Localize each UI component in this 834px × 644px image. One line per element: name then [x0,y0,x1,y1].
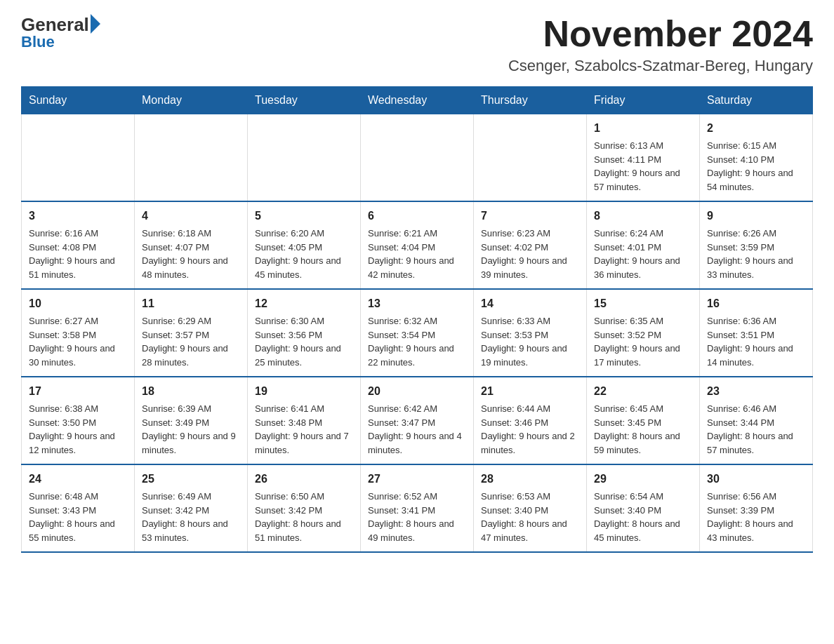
day-number: 28 [481,471,579,488]
calendar-cell [22,114,135,202]
weekday-header-wednesday: Wednesday [361,87,474,114]
calendar-cell: 8Sunrise: 6:24 AMSunset: 4:01 PMDaylight… [587,201,700,289]
day-info: Sunrise: 6:15 AMSunset: 4:10 PMDaylight:… [707,139,805,194]
calendar-cell: 21Sunrise: 6:44 AMSunset: 3:46 PMDayligh… [474,377,587,464]
calendar-cell: 10Sunrise: 6:27 AMSunset: 3:58 PMDayligh… [22,289,135,377]
weekday-header-row: SundayMondayTuesdayWednesdayThursdayFrid… [22,87,813,114]
day-number: 22 [594,383,692,400]
week-row-1: 1Sunrise: 6:13 AMSunset: 4:11 PMDaylight… [22,114,813,202]
day-info: Sunrise: 6:29 AMSunset: 3:57 PMDaylight:… [142,314,240,369]
weekday-header-monday: Monday [135,87,248,114]
day-info: Sunrise: 6:53 AMSunset: 3:40 PMDaylight:… [481,490,579,544]
calendar-cell: 6Sunrise: 6:21 AMSunset: 4:04 PMDaylight… [361,201,474,289]
calendar-cell [135,114,248,202]
day-number: 10 [29,295,127,312]
day-info: Sunrise: 6:42 AMSunset: 3:47 PMDaylight:… [368,402,466,457]
title-area: November 2024 Csenger, Szabolcs-Szatmar-… [508,14,813,75]
day-info: Sunrise: 6:39 AMSunset: 3:49 PMDaylight:… [142,402,240,457]
weekday-header-tuesday: Tuesday [248,87,361,114]
day-info: Sunrise: 6:24 AMSunset: 4:01 PMDaylight:… [594,227,692,281]
calendar-cell: 9Sunrise: 6:26 AMSunset: 3:59 PMDaylight… [700,201,813,289]
day-number: 16 [707,295,805,312]
day-number: 17 [29,383,127,400]
day-number: 24 [29,471,127,488]
day-number: 2 [707,120,805,137]
calendar-cell: 20Sunrise: 6:42 AMSunset: 3:47 PMDayligh… [361,377,474,464]
week-row-2: 3Sunrise: 6:16 AMSunset: 4:08 PMDaylight… [22,201,813,289]
weekday-header-thursday: Thursday [474,87,587,114]
day-number: 12 [255,295,353,312]
calendar-cell: 13Sunrise: 6:32 AMSunset: 3:54 PMDayligh… [361,289,474,377]
calendar-cell: 11Sunrise: 6:29 AMSunset: 3:57 PMDayligh… [135,289,248,377]
day-info: Sunrise: 6:50 AMSunset: 3:42 PMDaylight:… [255,490,353,544]
day-info: Sunrise: 6:48 AMSunset: 3:43 PMDaylight:… [29,490,127,544]
calendar-cell [361,114,474,202]
week-row-3: 10Sunrise: 6:27 AMSunset: 3:58 PMDayligh… [22,289,813,377]
day-number: 1 [594,120,692,137]
day-number: 21 [481,383,579,400]
calendar-cell: 4Sunrise: 6:18 AMSunset: 4:07 PMDaylight… [135,201,248,289]
day-number: 8 [594,208,692,224]
day-info: Sunrise: 6:35 AMSunset: 3:52 PMDaylight:… [594,314,692,369]
day-number: 13 [368,295,466,312]
day-number: 25 [142,471,240,488]
day-number: 11 [142,295,240,312]
day-number: 18 [142,383,240,400]
calendar-cell: 7Sunrise: 6:23 AMSunset: 4:02 PMDaylight… [474,201,587,289]
day-number: 20 [368,383,466,400]
calendar-cell: 24Sunrise: 6:48 AMSunset: 3:43 PMDayligh… [22,464,135,552]
day-number: 23 [707,383,805,400]
day-number: 27 [368,471,466,488]
day-info: Sunrise: 6:21 AMSunset: 4:04 PMDaylight:… [368,227,466,281]
calendar-cell: 29Sunrise: 6:54 AMSunset: 3:40 PMDayligh… [587,464,700,552]
calendar-cell: 16Sunrise: 6:36 AMSunset: 3:51 PMDayligh… [700,289,813,377]
calendar-cell: 23Sunrise: 6:46 AMSunset: 3:44 PMDayligh… [700,377,813,464]
day-info: Sunrise: 6:41 AMSunset: 3:48 PMDaylight:… [255,402,353,457]
day-info: Sunrise: 6:20 AMSunset: 4:05 PMDaylight:… [255,227,353,281]
day-info: Sunrise: 6:18 AMSunset: 4:07 PMDaylight:… [142,227,240,281]
day-number: 4 [142,208,240,224]
calendar-cell: 22Sunrise: 6:45 AMSunset: 3:45 PMDayligh… [587,377,700,464]
calendar-cell: 15Sunrise: 6:35 AMSunset: 3:52 PMDayligh… [587,289,700,377]
week-row-5: 24Sunrise: 6:48 AMSunset: 3:43 PMDayligh… [22,464,813,552]
calendar-cell: 3Sunrise: 6:16 AMSunset: 4:08 PMDaylight… [22,201,135,289]
calendar-cell: 1Sunrise: 6:13 AMSunset: 4:11 PMDaylight… [587,114,700,202]
day-info: Sunrise: 6:27 AMSunset: 3:58 PMDaylight:… [29,314,127,369]
day-info: Sunrise: 6:56 AMSunset: 3:39 PMDaylight:… [707,490,805,544]
day-number: 14 [481,295,579,312]
calendar-cell: 28Sunrise: 6:53 AMSunset: 3:40 PMDayligh… [474,464,587,552]
day-number: 7 [481,208,579,224]
calendar-cell: 26Sunrise: 6:50 AMSunset: 3:42 PMDayligh… [248,464,361,552]
day-info: Sunrise: 6:49 AMSunset: 3:42 PMDaylight:… [142,490,240,544]
week-row-4: 17Sunrise: 6:38 AMSunset: 3:50 PMDayligh… [22,377,813,464]
calendar-cell [474,114,587,202]
calendar-cell: 25Sunrise: 6:49 AMSunset: 3:42 PMDayligh… [135,464,248,552]
weekday-header-sunday: Sunday [22,87,135,114]
day-number: 9 [707,208,805,224]
calendar-cell: 17Sunrise: 6:38 AMSunset: 3:50 PMDayligh… [22,377,135,464]
logo-triangle-icon [91,14,100,34]
day-info: Sunrise: 6:13 AMSunset: 4:11 PMDaylight:… [594,139,692,194]
day-info: Sunrise: 6:36 AMSunset: 3:51 PMDaylight:… [707,314,805,369]
calendar-cell: 12Sunrise: 6:30 AMSunset: 3:56 PMDayligh… [248,289,361,377]
day-info: Sunrise: 6:54 AMSunset: 3:40 PMDaylight:… [594,490,692,544]
weekday-header-friday: Friday [587,87,700,114]
day-info: Sunrise: 6:30 AMSunset: 3:56 PMDaylight:… [255,314,353,369]
day-info: Sunrise: 6:32 AMSunset: 3:54 PMDaylight:… [368,314,466,369]
calendar-cell: 18Sunrise: 6:39 AMSunset: 3:49 PMDayligh… [135,377,248,464]
day-info: Sunrise: 6:26 AMSunset: 3:59 PMDaylight:… [707,227,805,281]
day-info: Sunrise: 6:46 AMSunset: 3:44 PMDaylight:… [707,402,805,457]
page-header: General Blue November 2024 Csenger, Szab… [21,14,813,75]
day-number: 3 [29,208,127,224]
logo-blue-text: Blue [21,33,55,51]
calendar-cell: 14Sunrise: 6:33 AMSunset: 3:53 PMDayligh… [474,289,587,377]
calendar-cell: 5Sunrise: 6:20 AMSunset: 4:05 PMDaylight… [248,201,361,289]
calendar-cell: 27Sunrise: 6:52 AMSunset: 3:41 PMDayligh… [361,464,474,552]
day-number: 29 [594,471,692,488]
weekday-header-saturday: Saturday [700,87,813,114]
day-number: 5 [255,208,353,224]
calendar-title: November 2024 [508,14,813,54]
day-info: Sunrise: 6:33 AMSunset: 3:53 PMDaylight:… [481,314,579,369]
day-info: Sunrise: 6:45 AMSunset: 3:45 PMDaylight:… [594,402,692,457]
day-info: Sunrise: 6:23 AMSunset: 4:02 PMDaylight:… [481,227,579,281]
